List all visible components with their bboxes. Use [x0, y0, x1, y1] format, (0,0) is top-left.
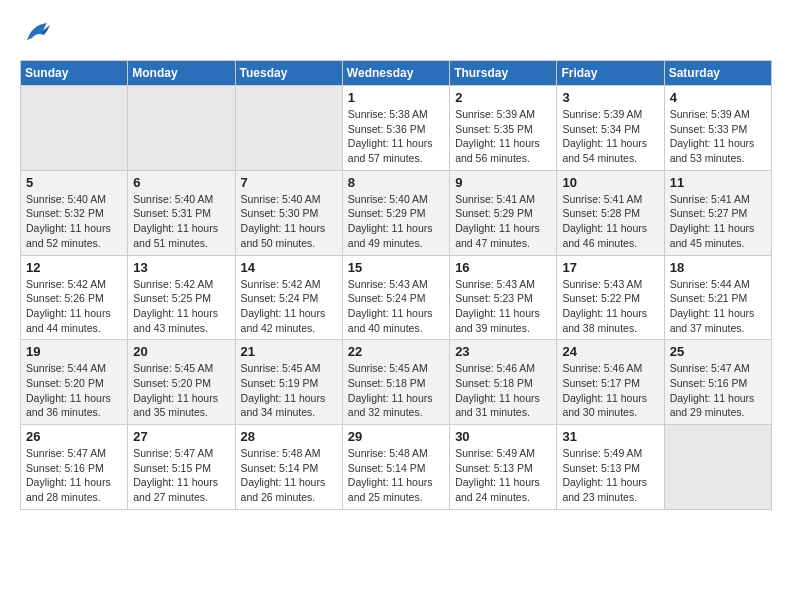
calendar-cell: 2Sunrise: 5:39 AMSunset: 5:35 PMDaylight… [450, 86, 557, 171]
calendar-cell: 13Sunrise: 5:42 AMSunset: 5:25 PMDayligh… [128, 255, 235, 340]
calendar-cell: 3Sunrise: 5:39 AMSunset: 5:34 PMDaylight… [557, 86, 664, 171]
day-number: 10 [562, 175, 658, 190]
day-info: Sunrise: 5:40 AMSunset: 5:32 PMDaylight:… [26, 192, 122, 251]
logo [20, 20, 52, 50]
calendar-cell: 19Sunrise: 5:44 AMSunset: 5:20 PMDayligh… [21, 340, 128, 425]
calendar-cell: 24Sunrise: 5:46 AMSunset: 5:17 PMDayligh… [557, 340, 664, 425]
day-info: Sunrise: 5:44 AMSunset: 5:21 PMDaylight:… [670, 277, 766, 336]
day-number: 18 [670, 260, 766, 275]
day-number: 8 [348, 175, 444, 190]
calendar-cell: 9Sunrise: 5:41 AMSunset: 5:29 PMDaylight… [450, 170, 557, 255]
calendar-cell: 17Sunrise: 5:43 AMSunset: 5:22 PMDayligh… [557, 255, 664, 340]
day-info: Sunrise: 5:49 AMSunset: 5:13 PMDaylight:… [455, 446, 551, 505]
day-info: Sunrise: 5:41 AMSunset: 5:27 PMDaylight:… [670, 192, 766, 251]
day-number: 24 [562, 344, 658, 359]
day-number: 26 [26, 429, 122, 444]
day-info: Sunrise: 5:40 AMSunset: 5:29 PMDaylight:… [348, 192, 444, 251]
day-number: 28 [241, 429, 337, 444]
logo-bird-icon [22, 20, 52, 45]
day-number: 11 [670, 175, 766, 190]
day-number: 7 [241, 175, 337, 190]
calendar-cell: 4Sunrise: 5:39 AMSunset: 5:33 PMDaylight… [664, 86, 771, 171]
calendar-cell: 14Sunrise: 5:42 AMSunset: 5:24 PMDayligh… [235, 255, 342, 340]
calendar-cell: 27Sunrise: 5:47 AMSunset: 5:15 PMDayligh… [128, 425, 235, 510]
day-number: 12 [26, 260, 122, 275]
day-info: Sunrise: 5:48 AMSunset: 5:14 PMDaylight:… [241, 446, 337, 505]
calendar-cell: 22Sunrise: 5:45 AMSunset: 5:18 PMDayligh… [342, 340, 449, 425]
calendar-cell: 5Sunrise: 5:40 AMSunset: 5:32 PMDaylight… [21, 170, 128, 255]
day-info: Sunrise: 5:46 AMSunset: 5:17 PMDaylight:… [562, 361, 658, 420]
weekday-header-row: SundayMondayTuesdayWednesdayThursdayFrid… [21, 61, 772, 86]
day-info: Sunrise: 5:41 AMSunset: 5:29 PMDaylight:… [455, 192, 551, 251]
day-info: Sunrise: 5:39 AMSunset: 5:34 PMDaylight:… [562, 107, 658, 166]
calendar-cell: 11Sunrise: 5:41 AMSunset: 5:27 PMDayligh… [664, 170, 771, 255]
day-number: 17 [562, 260, 658, 275]
day-number: 21 [241, 344, 337, 359]
day-info: Sunrise: 5:41 AMSunset: 5:28 PMDaylight:… [562, 192, 658, 251]
day-info: Sunrise: 5:47 AMSunset: 5:15 PMDaylight:… [133, 446, 229, 505]
day-number: 5 [26, 175, 122, 190]
calendar-cell [128, 86, 235, 171]
calendar-cell: 26Sunrise: 5:47 AMSunset: 5:16 PMDayligh… [21, 425, 128, 510]
day-number: 25 [670, 344, 766, 359]
calendar-cell: 7Sunrise: 5:40 AMSunset: 5:30 PMDaylight… [235, 170, 342, 255]
calendar-cell: 12Sunrise: 5:42 AMSunset: 5:26 PMDayligh… [21, 255, 128, 340]
day-info: Sunrise: 5:43 AMSunset: 5:24 PMDaylight:… [348, 277, 444, 336]
day-info: Sunrise: 5:42 AMSunset: 5:26 PMDaylight:… [26, 277, 122, 336]
day-number: 20 [133, 344, 229, 359]
day-number: 16 [455, 260, 551, 275]
weekday-header-cell: Wednesday [342, 61, 449, 86]
day-number: 4 [670, 90, 766, 105]
day-number: 15 [348, 260, 444, 275]
calendar-cell: 21Sunrise: 5:45 AMSunset: 5:19 PMDayligh… [235, 340, 342, 425]
calendar-cell: 8Sunrise: 5:40 AMSunset: 5:29 PMDaylight… [342, 170, 449, 255]
calendar-cell: 31Sunrise: 5:49 AMSunset: 5:13 PMDayligh… [557, 425, 664, 510]
day-number: 3 [562, 90, 658, 105]
day-number: 31 [562, 429, 658, 444]
calendar-cell: 10Sunrise: 5:41 AMSunset: 5:28 PMDayligh… [557, 170, 664, 255]
day-info: Sunrise: 5:39 AMSunset: 5:35 PMDaylight:… [455, 107, 551, 166]
calendar-cell: 23Sunrise: 5:46 AMSunset: 5:18 PMDayligh… [450, 340, 557, 425]
day-number: 29 [348, 429, 444, 444]
calendar-week-row: 19Sunrise: 5:44 AMSunset: 5:20 PMDayligh… [21, 340, 772, 425]
day-number: 2 [455, 90, 551, 105]
calendar-cell: 28Sunrise: 5:48 AMSunset: 5:14 PMDayligh… [235, 425, 342, 510]
calendar-week-row: 26Sunrise: 5:47 AMSunset: 5:16 PMDayligh… [21, 425, 772, 510]
calendar-cell: 15Sunrise: 5:43 AMSunset: 5:24 PMDayligh… [342, 255, 449, 340]
day-number: 27 [133, 429, 229, 444]
calendar-cell: 20Sunrise: 5:45 AMSunset: 5:20 PMDayligh… [128, 340, 235, 425]
weekday-header-cell: Thursday [450, 61, 557, 86]
weekday-header-cell: Saturday [664, 61, 771, 86]
day-info: Sunrise: 5:47 AMSunset: 5:16 PMDaylight:… [670, 361, 766, 420]
day-info: Sunrise: 5:48 AMSunset: 5:14 PMDaylight:… [348, 446, 444, 505]
calendar-week-row: 12Sunrise: 5:42 AMSunset: 5:26 PMDayligh… [21, 255, 772, 340]
day-info: Sunrise: 5:49 AMSunset: 5:13 PMDaylight:… [562, 446, 658, 505]
day-number: 19 [26, 344, 122, 359]
calendar-cell: 16Sunrise: 5:43 AMSunset: 5:23 PMDayligh… [450, 255, 557, 340]
weekday-header-cell: Friday [557, 61, 664, 86]
calendar-cell: 29Sunrise: 5:48 AMSunset: 5:14 PMDayligh… [342, 425, 449, 510]
day-number: 14 [241, 260, 337, 275]
day-number: 9 [455, 175, 551, 190]
weekday-header-cell: Tuesday [235, 61, 342, 86]
calendar-cell: 6Sunrise: 5:40 AMSunset: 5:31 PMDaylight… [128, 170, 235, 255]
calendar-body: 1Sunrise: 5:38 AMSunset: 5:36 PMDaylight… [21, 86, 772, 510]
weekday-header-cell: Sunday [21, 61, 128, 86]
day-number: 1 [348, 90, 444, 105]
day-info: Sunrise: 5:42 AMSunset: 5:24 PMDaylight:… [241, 277, 337, 336]
day-number: 13 [133, 260, 229, 275]
day-info: Sunrise: 5:39 AMSunset: 5:33 PMDaylight:… [670, 107, 766, 166]
day-number: 23 [455, 344, 551, 359]
day-info: Sunrise: 5:43 AMSunset: 5:23 PMDaylight:… [455, 277, 551, 336]
day-info: Sunrise: 5:44 AMSunset: 5:20 PMDaylight:… [26, 361, 122, 420]
header [20, 20, 772, 50]
calendar-cell: 30Sunrise: 5:49 AMSunset: 5:13 PMDayligh… [450, 425, 557, 510]
calendar-week-row: 5Sunrise: 5:40 AMSunset: 5:32 PMDaylight… [21, 170, 772, 255]
day-info: Sunrise: 5:45 AMSunset: 5:18 PMDaylight:… [348, 361, 444, 420]
weekday-header-cell: Monday [128, 61, 235, 86]
day-number: 22 [348, 344, 444, 359]
day-info: Sunrise: 5:42 AMSunset: 5:25 PMDaylight:… [133, 277, 229, 336]
calendar-cell [664, 425, 771, 510]
calendar-cell: 25Sunrise: 5:47 AMSunset: 5:16 PMDayligh… [664, 340, 771, 425]
day-info: Sunrise: 5:40 AMSunset: 5:30 PMDaylight:… [241, 192, 337, 251]
